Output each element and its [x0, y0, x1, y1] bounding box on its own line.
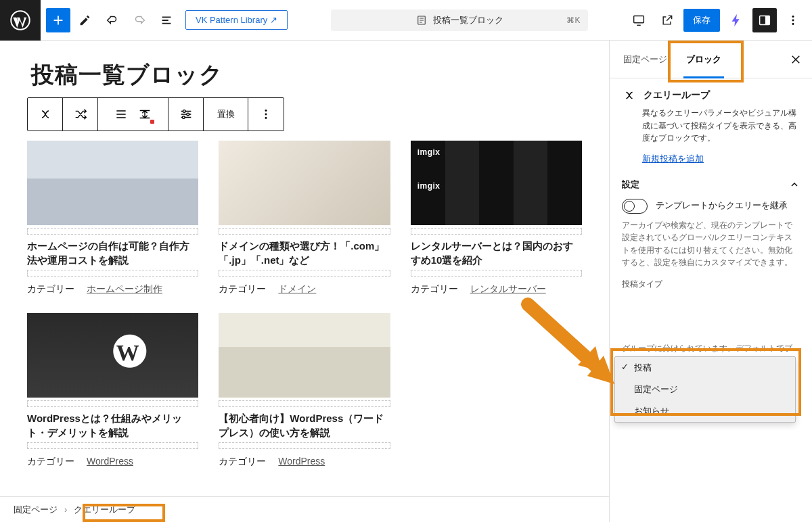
chevron-up-icon: [789, 179, 800, 190]
post-separator: [219, 270, 390, 277]
category-label: カテゴリー: [411, 283, 458, 295]
loop-icon: [622, 88, 637, 103]
post-title[interactable]: ドメインの種類や選び方！「.com」「.jp」「.net」など: [219, 239, 390, 267]
post-thumbnail[interactable]: [219, 313, 390, 398]
save-button[interactable]: 保存: [683, 9, 720, 32]
breadcrumb-root[interactable]: 固定ページ: [14, 504, 58, 516]
fullwidth-icon: [137, 107, 152, 122]
post-title[interactable]: WordPressとは？仕組みやメリット・デメリットを解説: [27, 411, 198, 440]
post-thumbnail[interactable]: [27, 141, 198, 225]
redo-button[interactable]: [127, 8, 152, 32]
shuffle-button[interactable]: [63, 98, 98, 130]
add-new-post-link[interactable]: 新規投稿を追加: [642, 153, 704, 165]
desktop-icon: [631, 13, 646, 28]
category-label: カテゴリー: [219, 283, 266, 295]
settings-label: 設定: [622, 179, 639, 191]
post-separator: [411, 270, 582, 277]
sliders-icon: [179, 107, 194, 122]
query-loop-block[interactable]: ホームページの自作は可能？自作方法や運用コストを解説カテゴリーホームページ制作ド…: [27, 93, 582, 468]
kebab-icon: [786, 13, 800, 28]
edit-mode-button[interactable]: [73, 8, 97, 32]
category-label: カテゴリー: [219, 456, 266, 468]
block-description: 異なるクエリーパラメータやビジュアル構成に基づいて投稿タイプを表示できる、高度な…: [642, 107, 800, 145]
width-icon-wrapper: [137, 107, 152, 122]
post-type-label: 投稿タイプ: [622, 279, 800, 289]
post-type-option[interactable]: お知らせ: [615, 400, 795, 422]
block-breadcrumb: 固定ページ › クエリーループ: [0, 496, 609, 522]
settings-section-header[interactable]: 設定: [622, 179, 800, 191]
block-card: クエリーループ: [622, 88, 800, 103]
undo-icon: [105, 13, 120, 28]
wordpress-icon: [10, 10, 30, 30]
post-thumbnail[interactable]: [219, 141, 390, 225]
undo-button[interactable]: [100, 8, 125, 32]
settings-sidebar: 固定ページ ブロック クエリーループ 異なるクエリーパラメータやビジュアル構成に…: [609, 41, 812, 522]
kebab-icon: [258, 107, 273, 122]
post-separator: [27, 400, 198, 407]
bolt-icon: [729, 13, 744, 28]
category-link[interactable]: レンタルサーバー: [470, 283, 546, 295]
command-hint: ⌘K: [566, 16, 580, 25]
breadcrumb-separator: ›: [64, 504, 67, 515]
category-link[interactable]: WordPress: [278, 456, 325, 468]
page-title[interactable]: 投稿一覧ブロック: [31, 60, 582, 91]
post-card[interactable]: ドメインの種類や選び方！「.com」「.jp」「.net」などカテゴリードメイン: [219, 141, 390, 295]
post-separator: [27, 270, 198, 277]
post-title[interactable]: レンタルサーバーとは？国内のおすすめ10選を紹介: [411, 239, 582, 267]
svg-rect-2: [634, 16, 644, 22]
inherit-query-toggle[interactable]: [622, 199, 648, 214]
page-icon: [415, 14, 428, 26]
vk-pattern-library-link[interactable]: VK Pattern Library ↗: [185, 10, 288, 30]
pencil-icon: [78, 13, 93, 28]
plus-icon: [51, 13, 66, 28]
post-separator: [27, 228, 198, 235]
settings-panel-toggle[interactable]: [752, 8, 777, 32]
post-type-option[interactable]: 投稿: [615, 357, 795, 379]
replace-button[interactable]: 置換: [204, 98, 248, 130]
svg-rect-4: [765, 16, 769, 24]
block-inserter-button[interactable]: [46, 8, 70, 32]
sidebar-tabs: 固定ページ ブロック: [610, 41, 812, 78]
post-thumbnail[interactable]: [27, 313, 198, 398]
document-outline-button[interactable]: [154, 8, 179, 32]
open-external-button[interactable]: [655, 8, 679, 32]
svg-point-5: [792, 16, 794, 18]
replace-label: 置換: [217, 108, 235, 120]
svg-point-13: [265, 117, 267, 119]
external-link-icon: [660, 14, 674, 27]
post-type-select[interactable]: 投稿固定ページお知らせ: [614, 356, 796, 423]
jetpack-button[interactable]: [724, 8, 748, 32]
post-separator: [219, 442, 390, 449]
post-separator: [219, 228, 390, 235]
svg-point-11: [265, 110, 267, 112]
more-menu-button[interactable]: [781, 8, 805, 32]
view-button[interactable]: [627, 8, 651, 32]
post-thumbnail[interactable]: imgiximgix: [411, 141, 582, 225]
post-card[interactable]: 【初心者向け】WordPress（ワードプレス）の使い方を解説カテゴリーWord…: [219, 313, 390, 468]
category-link[interactable]: ホームページ制作: [87, 283, 162, 295]
block-name: クエリーループ: [644, 89, 710, 101]
display-settings-button[interactable]: [168, 98, 204, 130]
post-card[interactable]: WordPressとは？仕組みやメリット・デメリットを解説カテゴリーWordPr…: [27, 313, 198, 468]
redo-icon: [132, 13, 147, 28]
block-more-button[interactable]: [248, 98, 284, 130]
tab-page[interactable]: 固定ページ: [614, 41, 677, 78]
post-title[interactable]: 【初心者向け】WordPress（ワードプレス）の使い方を解説: [219, 411, 390, 440]
breadcrumb-leaf[interactable]: クエリーループ: [74, 504, 135, 516]
post-card[interactable]: ホームページの自作は可能？自作方法や運用コストを解説カテゴリーホームページ制作: [27, 141, 198, 295]
category-label: カテゴリー: [27, 456, 74, 468]
block-type-button[interactable]: [28, 98, 63, 130]
category-link[interactable]: ドメイン: [278, 283, 316, 295]
align-and-width-buttons[interactable]: [98, 98, 168, 130]
tab-block[interactable]: ブロック: [677, 41, 731, 78]
document-switcher[interactable]: 投稿一覧ブロック ⌘K: [331, 9, 588, 31]
close-icon: [790, 53, 802, 66]
wordpress-logo[interactable]: [0, 0, 41, 41]
category-link[interactable]: WordPress: [87, 456, 133, 468]
block-toolbar: 置換: [27, 97, 284, 131]
post-type-option[interactable]: 固定ページ: [615, 379, 795, 400]
top-toolbar: VK Pattern Library ↗ 投稿一覧ブロック ⌘K 保存: [0, 0, 812, 41]
post-title[interactable]: ホームページの自作は可能？自作方法や運用コストを解説: [27, 239, 198, 267]
post-card[interactable]: imgiximgixレンタルサーバーとは？国内のおすすめ10選を紹介カテゴリーレ…: [411, 141, 582, 295]
close-sidebar-button[interactable]: [784, 47, 808, 72]
